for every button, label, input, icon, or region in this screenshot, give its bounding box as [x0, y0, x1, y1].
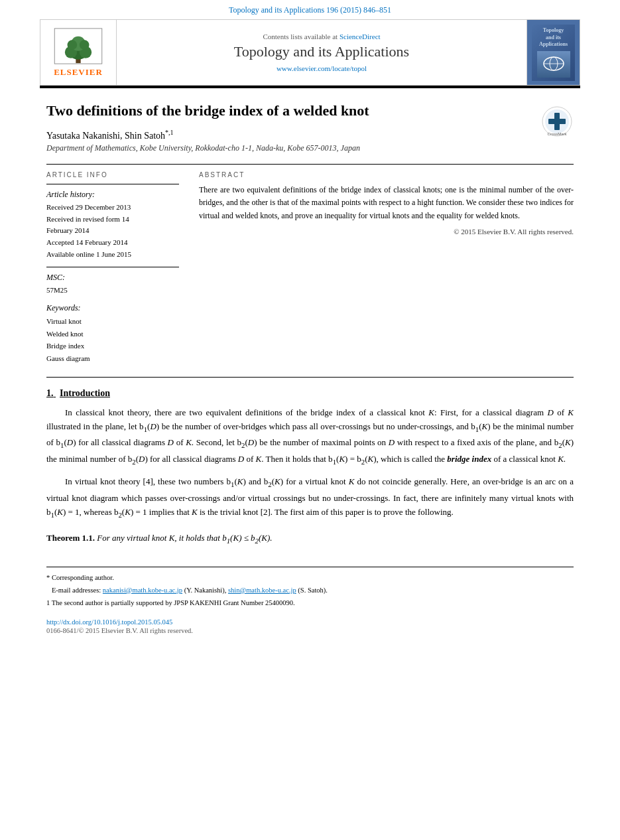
science-direct-link[interactable]: ScienceDirect: [340, 33, 381, 40]
elsevier-logo-left: ELSEVIER: [40, 20, 117, 85]
journal-cover-image: Topologyand itsApplications: [527, 20, 580, 85]
contents-available-text: Contents lists available at: [263, 33, 338, 40]
footnote-1: 1 The second author is partially support…: [46, 598, 574, 608]
available-date: Available online 1 June 2015: [46, 249, 179, 261]
footnote-star-text: * Corresponding author.: [46, 574, 114, 581]
journal-link-text[interactable]: Topology and its Applications 196 (2015)…: [229, 5, 391, 15]
footnote-star: * Corresponding author.: [46, 573, 574, 583]
article-info-column: ARTICLE INFO Article history: Received 2…: [46, 171, 179, 364]
svg-rect-14: [548, 119, 566, 124]
svg-point-5: [68, 40, 78, 50]
email-label: E-mail addresses:: [52, 587, 101, 594]
intro-paragraph-1: In classical knot theory, there are two …: [46, 405, 574, 468]
keyword-3: Bridge index: [46, 340, 179, 352]
doi-url[interactable]: http://dx.doi.org/10.1016/j.topol.2015.0…: [46, 618, 172, 626]
abstract-text: There are two equivalent definitions of …: [199, 184, 574, 222]
email-1-name: (Y. Nakanishi),: [184, 587, 227, 594]
keywords-label: Keywords:: [46, 303, 179, 313]
journal-reference-link[interactable]: Topology and its Applications 196 (2015)…: [0, 0, 620, 19]
main-section-divider: [46, 377, 574, 378]
msc-value: 57M25: [46, 285, 179, 297]
copyright-text: © 2015 Elsevier B.V. All rights reserved…: [199, 228, 574, 236]
authors-text: Yasutaka Nakanishi, Shin Satoh: [46, 130, 165, 140]
email-2-name: (S. Satoh).: [298, 587, 328, 594]
footnotes-area: * Corresponding author. E-mail addresses…: [46, 567, 574, 608]
crossmark-badge[interactable]: CrossMark: [540, 105, 574, 141]
article-history-block: Article history: Received 29 December 20…: [46, 190, 179, 260]
author-note-sup: *,1: [165, 129, 174, 136]
history-label: Article history:: [46, 190, 179, 200]
theorem-content: For any virtual knot K, it holds that b1…: [97, 533, 272, 543]
keyword-2: Welded knot: [46, 328, 179, 340]
keywords-block: Keywords: Virtual knot Welded knot Bridg…: [46, 303, 179, 365]
keyword-4: Gauss diagram: [46, 352, 179, 365]
article-title: Two definitions of the bridge index of a…: [46, 102, 574, 121]
intro-section-title: 1. Introduction: [46, 388, 574, 399]
svg-point-6: [80, 40, 90, 50]
journal-header: ELSEVIER Contents lists available at Sci…: [40, 19, 580, 86]
affiliation-text: Department of Mathematics, Kobe Universi…: [46, 143, 574, 153]
abstract-header: ABSTRACT: [199, 171, 574, 178]
journal-title-header: Topology and its Applications: [234, 43, 409, 60]
msc-divider: [46, 267, 179, 267]
issn-line: 0166-8641/© 2015 Elsevier B.V. All right…: [46, 627, 574, 634]
intro-section-label: Introduction: [60, 388, 110, 398]
science-direct-line: Contents lists available at ScienceDirec…: [263, 33, 380, 40]
article-info-header: ARTICLE INFO: [46, 171, 179, 178]
title-divider: [46, 164, 574, 165]
svg-text:CrossMark: CrossMark: [547, 132, 567, 136]
authors-line: Yasutaka Nakanishi, Shin Satoh*,1: [46, 129, 574, 141]
theorem-1-1: Theorem 1.1. For any virtual knot K, it …: [46, 531, 574, 547]
email-2-link[interactable]: shin@math.kobe-u.ac.jp: [228, 587, 296, 594]
abstract-column: ABSTRACT There are two equivalent defini…: [199, 171, 574, 364]
keyword-1: Virtual knot: [46, 315, 179, 328]
msc-block: MSC: 57M25: [46, 273, 179, 297]
journal-url[interactable]: www.elsevier.com/locate/topol: [277, 64, 367, 72]
intro-section-number: 1.: [46, 388, 54, 398]
email-1-link[interactable]: nakanisi@math.kobe-u.ac.jp: [103, 587, 182, 594]
main-content: CrossMark Two definitions of the bridge …: [0, 88, 620, 648]
received-date-2b: February 2014: [46, 225, 179, 237]
elsevier-tree-icon: [52, 28, 105, 64]
footnote-emails: E-mail addresses: nakanisi@math.kobe-u.a…: [46, 585, 574, 596]
info-abstract-columns: ARTICLE INFO Article history: Received 2…: [46, 171, 574, 364]
accepted-date: Accepted 14 February 2014: [46, 237, 179, 249]
received-date-1: Received 29 December 2013: [46, 202, 179, 214]
doi-link[interactable]: http://dx.doi.org/10.1016/j.topol.2015.0…: [46, 618, 574, 626]
journal-header-center: Contents lists available at ScienceDirec…: [117, 20, 527, 85]
journal-cover-thumbnail: Topologyand itsApplications: [532, 25, 575, 81]
msc-label: MSC:: [46, 273, 179, 283]
intro-paragraph-2: In virtual knot theory [4], these two nu…: [46, 474, 574, 521]
article-info-divider: [46, 184, 179, 184]
theorem-label: Theorem 1.1.: [46, 533, 95, 543]
elsevier-brand-label: ELSEVIER: [54, 67, 103, 78]
received-date-2: Received in revised form 14: [46, 214, 179, 226]
